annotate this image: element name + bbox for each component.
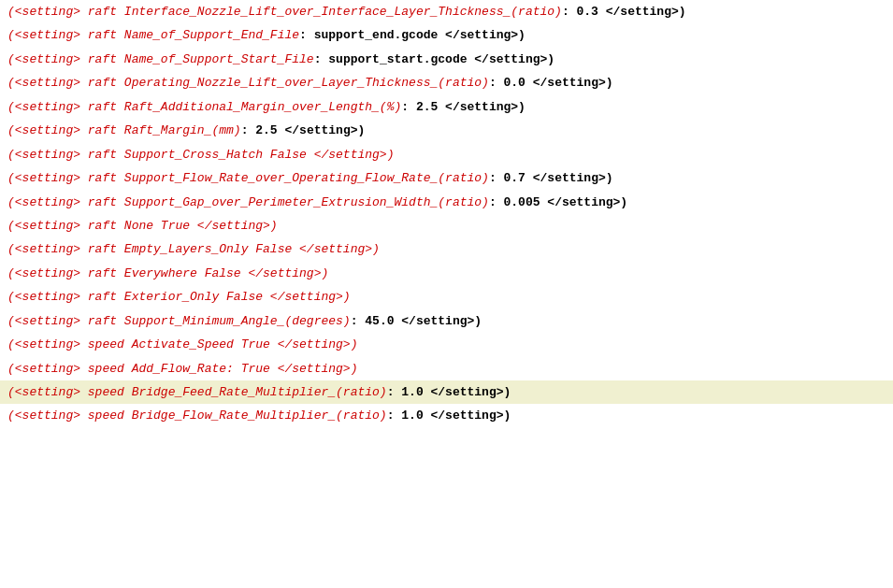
line-prefix: (<setting> raft xyxy=(7,100,124,114)
line-prefix: (<setting> raft xyxy=(7,314,124,328)
code-line-11: (<setting> raft Empty_Layers_Only False … xyxy=(0,237,893,261)
line-key: None True </setting>) xyxy=(124,219,278,233)
line-prefix: (<setting> raft xyxy=(7,28,124,42)
line-key: Name_of_Support_Start_File xyxy=(124,52,314,66)
line-value: 0.0 </setting>) xyxy=(497,76,613,90)
code-line-14: (<setting> raft Support_Minimum_Angle_(d… xyxy=(0,309,893,333)
line-value: support_start.gcode </setting>) xyxy=(321,52,555,66)
line-key: Name_of_Support_End_File xyxy=(124,28,299,42)
line-value: 0.7 </setting>) xyxy=(497,171,613,185)
line-colon: : xyxy=(299,28,307,42)
line-colon: : xyxy=(489,171,497,185)
code-line-6: (<setting> raft Raft_Margin_(mm): 2.5 </… xyxy=(0,119,893,142)
line-value: 0.005 </setting>) xyxy=(497,195,627,209)
line-value: 2.5 </setting>) xyxy=(409,100,526,114)
code-line-7: (<setting> raft Support_Cross_Hatch Fals… xyxy=(0,143,893,166)
line-value: 45.0 </setting>) xyxy=(357,314,482,328)
line-colon: : xyxy=(562,5,569,19)
line-prefix: (<setting> raft xyxy=(7,290,124,304)
line-prefix: (<setting> speed xyxy=(7,409,132,423)
code-line-13: (<setting> raft Exterior_Only False </se… xyxy=(0,285,893,308)
code-line-2: (<setting> raft Name_of_Support_End_File… xyxy=(0,23,893,47)
line-prefix: (<setting> raft xyxy=(7,242,124,256)
code-line-16: (<setting> speed Add_Flow_Rate: True </s… xyxy=(0,357,893,380)
line-key: Support_Cross_Hatch False </setting>) xyxy=(124,148,395,162)
code-line-10: (<setting> raft None True </setting>) xyxy=(0,214,893,237)
line-key: Bridge_Feed_Rate_Multiplier_(ratio) xyxy=(132,385,387,399)
line-value: 0.3 </setting>) xyxy=(569,5,686,19)
line-key: Operating_Nozzle_Lift_over_Layer_Thickne… xyxy=(124,76,489,90)
code-line-18: (<setting> speed Bridge_Flow_Rate_Multip… xyxy=(0,404,893,427)
line-prefix: (<setting> raft xyxy=(7,171,124,185)
line-prefix: (<setting> raft xyxy=(7,148,124,162)
line-key: Raft_Additional_Margin_over_Length_(%) xyxy=(124,100,401,114)
line-key: Add_Flow_Rate: True </setting>) xyxy=(132,362,358,376)
line-colon: : xyxy=(401,100,409,114)
line-key: Interface_Nozzle_Lift_over_Interface_Lay… xyxy=(124,5,562,19)
line-key: Bridge_Flow_Rate_Multiplier_(ratio) xyxy=(132,409,387,423)
line-key: Activate_Speed True </setting>) xyxy=(132,337,358,351)
line-prefix: (<setting> speed xyxy=(7,385,132,399)
line-key: Support_Gap_over_Perimeter_Extrusion_Wid… xyxy=(124,195,489,209)
line-key: Raft_Margin_(mm) xyxy=(124,123,241,137)
line-colon: : xyxy=(489,195,497,209)
line-value: 1.0 </setting>) xyxy=(394,385,511,399)
code-line-4: (<setting> raft Operating_Nozzle_Lift_ov… xyxy=(0,71,893,94)
code-container: (<setting> raft Interface_Nozzle_Lift_ov… xyxy=(0,0,893,588)
line-colon: : xyxy=(489,76,497,90)
line-value: 2.5 </setting>) xyxy=(248,123,365,137)
line-prefix: (<setting> raft xyxy=(7,266,124,280)
line-value: 1.0 </setting>) xyxy=(394,409,511,423)
code-line-1: (<setting> raft Interface_Nozzle_Lift_ov… xyxy=(0,0,893,23)
line-key: Exterior_Only False </setting>) xyxy=(124,290,351,304)
code-line-5: (<setting> raft Raft_Additional_Margin_o… xyxy=(0,95,893,119)
line-prefix: (<setting> raft xyxy=(7,76,124,90)
code-line-15: (<setting> speed Activate_Speed True </s… xyxy=(0,333,893,356)
line-key: Empty_Layers_Only False </setting>) xyxy=(124,242,380,256)
code-line-9: (<setting> raft Support_Gap_over_Perimet… xyxy=(0,191,893,214)
line-prefix: (<setting> speed xyxy=(7,362,132,376)
line-key: Everywhere False </setting>) xyxy=(124,266,328,280)
line-prefix: (<setting> raft xyxy=(7,123,124,137)
line-prefix: (<setting> speed xyxy=(7,337,132,351)
line-prefix: (<setting> raft xyxy=(7,219,124,233)
code-line-3: (<setting> raft Name_of_Support_Start_Fi… xyxy=(0,48,893,71)
line-prefix: (<setting> raft xyxy=(7,195,124,209)
code-line-8: (<setting> raft Support_Flow_Rate_over_O… xyxy=(0,166,893,190)
line-key: Support_Minimum_Angle_(degrees) xyxy=(124,314,351,328)
code-line-12: (<setting> raft Everywhere False </setti… xyxy=(0,262,893,285)
code-line-17: (<setting> speed Bridge_Feed_Rate_Multip… xyxy=(0,380,893,404)
line-prefix: (<setting> raft xyxy=(7,5,124,19)
line-value: support_end.gcode </setting>) xyxy=(307,28,526,42)
line-prefix: (<setting> raft xyxy=(7,52,124,66)
line-key: Support_Flow_Rate_over_Operating_Flow_Ra… xyxy=(124,171,489,185)
